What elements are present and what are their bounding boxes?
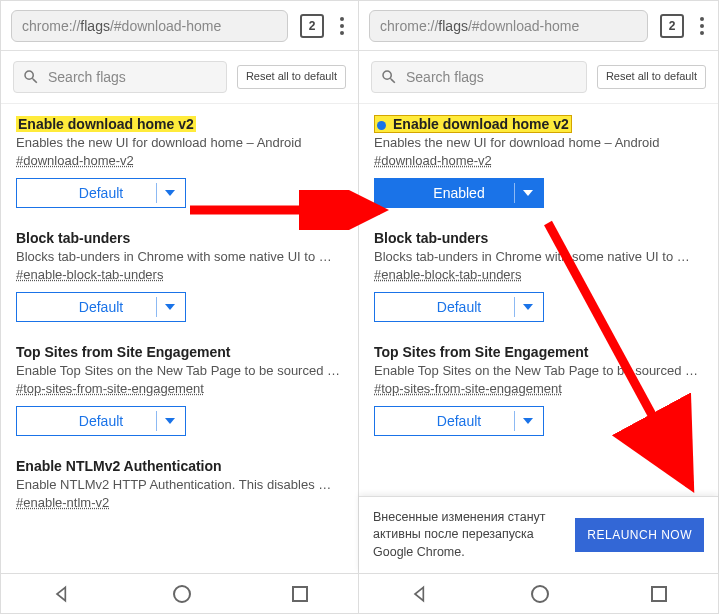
flag-dropdown[interactable]: Default [16,406,186,436]
relaunch-message: Внесенные изменения станут активны после… [373,509,565,562]
flag-title: Block tab-unders [16,230,130,246]
flag-hash-link[interactable]: #download-home-v2 [16,153,343,168]
tab-switcher[interactable]: 2 [660,14,684,38]
flag-description: Enables the new UI for download home – A… [16,135,343,150]
flag-hash-link[interactable]: #enable-block-tab-unders [16,267,343,282]
chevron-down-icon [523,304,533,310]
reset-all-button[interactable]: Reset all to default [237,65,346,88]
flags-searchbar: Search flags Reset all to default [1,51,358,104]
flag-ntlmv2: Enable NTLMv2 Authentication Enable NTLM… [16,458,343,510]
url-suffix: /#download-home [110,18,221,34]
flag-title: Block tab-unders [374,230,488,246]
back-icon[interactable] [410,584,430,604]
menu-icon[interactable] [696,13,708,39]
flag-dropdown[interactable]: Default [16,292,186,322]
flag-dropdown[interactable]: Enabled [374,178,544,208]
flag-dropdown[interactable]: Default [374,292,544,322]
flag-download-home-v2: Enable download home v2 Enables the new … [374,116,703,208]
search-icon [22,68,40,86]
url-prefix: chrome:// [22,18,80,34]
flag-description: Enable Top Sites on the New Tab Page to … [16,363,343,378]
flag-title: Enable download home v2 [16,116,196,132]
search-input[interactable]: Search flags [13,61,227,93]
relaunch-bar: Внесенные изменения станут активны после… [359,496,718,574]
flag-description: Blocks tab-unders in Chrome with some na… [374,249,703,264]
chevron-down-icon [165,190,175,196]
url-prefix: chrome:// [380,18,438,34]
chevron-down-icon [523,418,533,424]
flag-dropdown[interactable]: Default [374,406,544,436]
recents-icon[interactable] [651,586,667,602]
flag-top-sites: Top Sites from Site Engagement Enable To… [374,344,703,436]
changed-dot-icon [377,121,386,130]
flag-download-home-v2: Enable download home v2 Enables the new … [16,116,343,208]
search-placeholder: Search flags [406,69,484,85]
browser-topbar: chrome://flags/#download-home 2 [1,1,358,51]
flag-title-highlighted: Enable download home v2 [374,115,572,133]
home-icon[interactable] [531,585,549,603]
flag-description: Enable Top Sites on the New Tab Page to … [374,363,703,378]
browser-topbar: chrome://flags/#download-home 2 [359,1,718,51]
omnibox[interactable]: chrome://flags/#download-home [11,10,288,42]
url-bold: flags [438,18,468,34]
home-icon[interactable] [173,585,191,603]
url-suffix: /#download-home [468,18,579,34]
flags-searchbar: Search flags Reset all to default [359,51,718,104]
search-icon [380,68,398,86]
flag-hash-link[interactable]: #download-home-v2 [374,153,703,168]
flag-hash-link[interactable]: #top-sites-from-site-engagement [374,381,703,396]
flag-description: Enables the new UI for download home – A… [374,135,703,150]
flag-description: Blocks tab-unders in Chrome with some na… [16,249,343,264]
flag-hash-link[interactable]: #top-sites-from-site-engagement [16,381,343,396]
flag-hash-link[interactable]: #enable-block-tab-unders [374,267,703,282]
reset-all-button[interactable]: Reset all to default [597,65,706,88]
flag-top-sites: Top Sites from Site Engagement Enable To… [16,344,343,436]
chevron-down-icon [165,418,175,424]
relaunch-button[interactable]: RELAUNCH NOW [575,518,704,552]
flag-block-tab-unders: Block tab-unders Blocks tab-unders in Ch… [16,230,343,322]
recents-icon[interactable] [292,586,308,602]
menu-icon[interactable] [336,13,348,39]
chevron-down-icon [165,304,175,310]
flag-dropdown[interactable]: Default [16,178,186,208]
search-input[interactable]: Search flags [371,61,587,93]
search-placeholder: Search flags [48,69,126,85]
url-bold: flags [80,18,110,34]
flag-title: Top Sites from Site Engagement [374,344,588,360]
chevron-down-icon [523,190,533,196]
flag-hash-link[interactable]: #enable-ntlm-v2 [16,495,343,510]
flag-title: Top Sites from Site Engagement [16,344,230,360]
android-navbar [1,573,358,613]
omnibox[interactable]: chrome://flags/#download-home [369,10,648,42]
tab-switcher[interactable]: 2 [300,14,324,38]
back-icon[interactable] [52,584,72,604]
flag-title: Enable NTLMv2 Authentication [16,458,222,474]
flag-description: Enable NTLMv2 HTTP Authentication. This … [16,477,343,492]
flag-block-tab-unders: Block tab-unders Blocks tab-unders in Ch… [374,230,703,322]
android-navbar [359,573,718,613]
